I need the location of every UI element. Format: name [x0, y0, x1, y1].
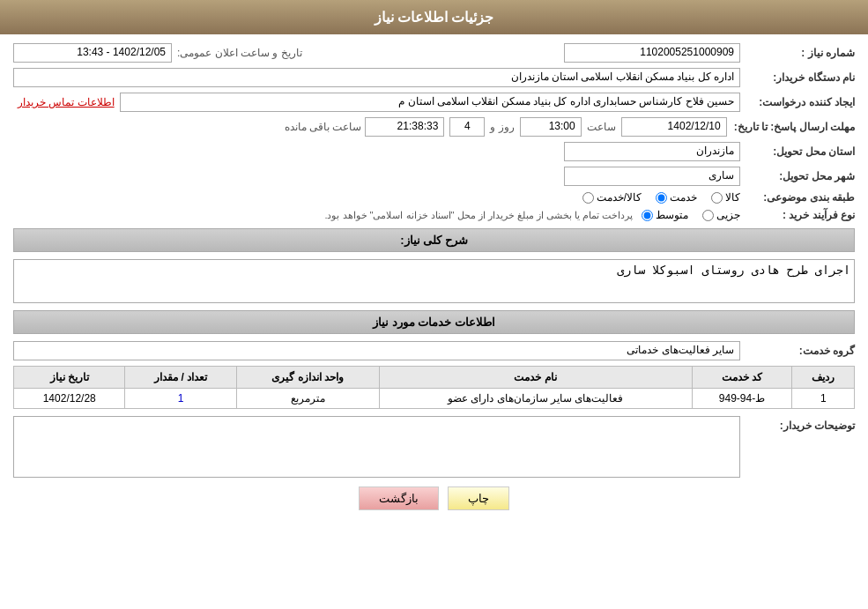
process-radio-group: جزیی متوسط: [642, 209, 740, 221]
row-process: نوع فرآیند خرید : جزیی متوسط پرداخت تمام…: [13, 209, 855, 221]
page-wrapper: جزئیات اطلاعات نیاز شماره نیاز : 1102005…: [0, 0, 868, 609]
row-province: استان محل تحویل: مازندران: [13, 142, 855, 161]
cell-unit: مترمربع: [236, 389, 379, 409]
city-value: ساری: [564, 167, 740, 186]
process-desc: پرداخت تمام یا بخشی از مبلغ خریدار از مح…: [324, 210, 633, 221]
province-value: مازندران: [564, 142, 740, 161]
process-option-motavaset[interactable]: متوسط: [642, 209, 688, 221]
category-radio-group: کالا خدمت کالا/خدمت: [582, 191, 740, 204]
col-service-code: کد خدمت: [692, 367, 792, 389]
announce-date-label: تاریخ و ساعت اعلان عمومی:: [177, 47, 302, 59]
deadline-time: 13:00: [520, 117, 582, 137]
process-motavaset-label: متوسط: [656, 209, 688, 221]
col-service-name: نام خدمت: [379, 367, 692, 389]
section-description: شرح کلی نیاز:: [13, 228, 855, 252]
category-khedmat-label: خدمت: [670, 191, 697, 204]
buyer-notes-textarea[interactable]: [13, 416, 740, 478]
deadline-time-label: ساعت: [587, 121, 616, 133]
category-radio-khedmat[interactable]: [656, 192, 667, 204]
process-option-jozi[interactable]: جزیی: [702, 209, 740, 221]
col-unit: واحد اندازه گیری: [236, 367, 379, 389]
announce-date-value: 1402/12/05 - 13:43: [13, 43, 172, 63]
category-kala-label: کالا: [725, 191, 740, 204]
need-number-label: شماره نیاز :: [740, 47, 855, 59]
province-label: استان محل تحویل:: [740, 145, 855, 158]
category-radio-kala[interactable]: [711, 192, 723, 204]
category-option-khedmat[interactable]: خدمت: [656, 191, 697, 204]
col-row-num: ردیف: [792, 367, 855, 389]
row-category: طبقه بندی موضوعی: کالا خدمت کالا/خدمت: [13, 191, 855, 204]
row-creator: ایجاد کننده درخواست: حسین فلاح کارشناس ح…: [13, 93, 855, 112]
cell-need-date: 1402/12/28: [14, 389, 125, 409]
category-option-kala-khedmat[interactable]: کالا/خدمت: [582, 191, 642, 204]
section-services: اطلاعات خدمات مورد نیاز: [13, 310, 855, 334]
process-radio-motavaset[interactable]: [642, 210, 653, 221]
category-label: طبقه بندی موضوعی:: [740, 191, 855, 204]
deadline-day-label: روز و: [490, 121, 514, 133]
cell-service-name: فعالیت‌های سایر سازمان‌های دارای عضو: [379, 389, 692, 409]
city-label: شهر محل تحویل:: [740, 170, 855, 182]
back-button[interactable]: بازگشت: [359, 486, 439, 510]
creator-contact-link[interactable]: اطلاعات تماس خریدار: [18, 96, 115, 108]
category-kala-khedmat-label: کالا/خدمت: [597, 191, 642, 204]
row-buyer-org: نام دستگاه خریدار: اداره کل بنیاد مسکن ا…: [13, 68, 855, 87]
process-jozi-label: جزیی: [716, 209, 740, 221]
services-section-title: اطلاعات خدمات مورد نیاز: [373, 316, 495, 329]
need-number-value: 1102005251000909: [564, 43, 740, 63]
category-option-kala[interactable]: کالا: [711, 191, 740, 204]
print-button[interactable]: چاپ: [448, 486, 509, 510]
buyer-org-value: اداره کل بنیاد مسکن انقلاب اسلامی استان …: [13, 68, 740, 87]
deadline-date: 1402/12/10: [621, 117, 727, 137]
deadline-remaining-label: ساعت باقی مانده: [285, 121, 362, 133]
cell-row-num: 1: [792, 389, 855, 409]
row-need-number: شماره نیاز : 1102005251000909 تاریخ و سا…: [13, 43, 855, 63]
deadline-days: 4: [449, 117, 485, 137]
row-city: شهر محل تحویل: ساری: [13, 167, 855, 186]
col-need-date: تاریخ نیاز: [14, 367, 125, 389]
deadline-label: مهلت ارسال پاسخ: تا تاریخ:: [727, 121, 855, 133]
category-radio-kala-khedmat[interactable]: [582, 192, 594, 204]
process-radio-jozi[interactable]: [702, 210, 714, 221]
description-section-title: شرح کلی نیاز:: [400, 234, 468, 247]
page-header: جزئیات اطلاعات نیاز: [0, 0, 868, 34]
description-textarea[interactable]: [13, 259, 855, 303]
page-title: جزئیات اطلاعات نیاز: [375, 10, 494, 25]
table-row: 1 ط-94-949 فعالیت‌های سایر سازمان‌های دا…: [14, 389, 855, 409]
service-group-label: گروه خدمت:: [740, 345, 855, 357]
cell-quantity: 1: [125, 389, 236, 409]
row-service-group: گروه خدمت: سایر فعالیت‌های خدماتی: [13, 341, 855, 360]
services-table: ردیف کد خدمت نام خدمت واحد اندازه گیری ت…: [13, 366, 855, 409]
buyer-notes-label: توضیحات خریدار:: [740, 416, 855, 432]
creator-name: حسین فلاح کارشناس حسابداری اداره کل بنیا…: [120, 93, 740, 112]
buyer-org-label: نام دستگاه خریدار:: [740, 71, 855, 84]
row-buyer-notes: توضیحات خریدار:: [13, 416, 855, 478]
deadline-remaining: 21:38:33: [365, 117, 444, 137]
content-area: شماره نیاز : 1102005251000909 تاریخ و سا…: [0, 34, 868, 528]
service-group-value: سایر فعالیت‌های خدماتی: [13, 341, 740, 360]
col-quantity: تعداد / مقدار: [125, 367, 236, 389]
row-description: [13, 259, 855, 303]
buttons-row: چاپ بازگشت: [13, 486, 855, 510]
process-label: نوع فرآیند خرید :: [740, 209, 855, 221]
creator-label: ایجاد کننده درخواست:: [740, 96, 855, 108]
row-deadline: مهلت ارسال پاسخ: تا تاریخ: 1402/12/10 سا…: [13, 117, 855, 137]
cell-service-code: ط-94-949: [692, 389, 792, 409]
